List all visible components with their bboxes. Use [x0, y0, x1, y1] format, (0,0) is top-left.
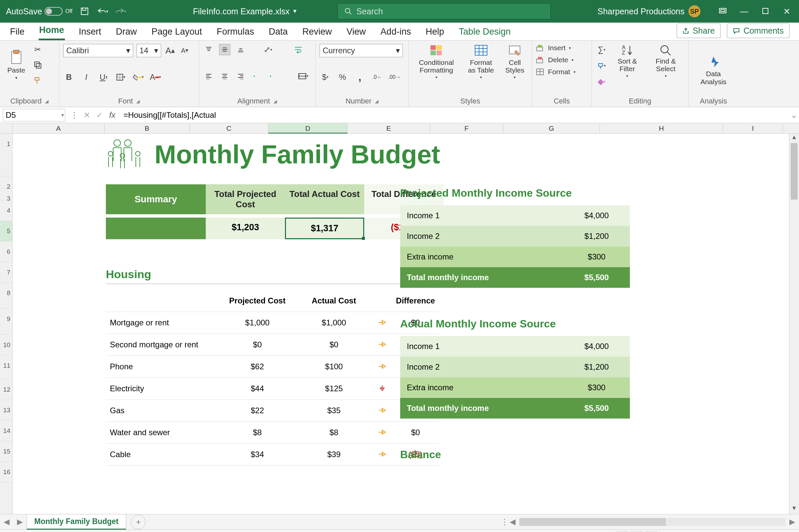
income-row[interactable]: Income 1 $4,000 [400, 205, 630, 226]
merge-icon[interactable]: ▾ [298, 71, 309, 82]
increase-font-icon[interactable]: A▴ [165, 45, 176, 56]
bold-icon[interactable]: B [63, 72, 75, 83]
col-header-B[interactable]: B [105, 123, 190, 133]
percent-icon[interactable]: % [337, 72, 348, 83]
row-header-4[interactable]: 4 [0, 200, 12, 221]
col-header-G[interactable]: G [503, 123, 600, 133]
align-top-icon[interactable] [203, 44, 215, 55]
tab-data[interactable]: Data [268, 23, 288, 40]
row-header-6[interactable]: 6 [0, 242, 12, 262]
delete-cells-button[interactable]: Delete ▾ [536, 56, 588, 64]
tab-page-layout[interactable]: Page Layout [151, 23, 203, 40]
italic-icon[interactable]: I [80, 72, 92, 83]
sheet-tab[interactable]: Monthly Family Budget [26, 514, 126, 530]
currency-icon[interactable]: $▾ [320, 72, 331, 83]
cut-icon[interactable]: ✂ [32, 44, 43, 55]
close-icon[interactable]: ✕ [781, 7, 792, 16]
housing-row[interactable]: Second mortgage or rent $0 $0 $0 [106, 334, 439, 356]
row-header-10[interactable]: 10 [0, 335, 12, 355]
conditional-formatting-button[interactable]: Conditional Formatting▾ [413, 44, 460, 79]
tab-draw[interactable]: Draw [115, 23, 137, 40]
format-painter-icon[interactable] [32, 75, 43, 86]
find-select-button[interactable]: Find & Select▾ [647, 44, 684, 78]
housing-row[interactable]: Cable $34 $39 ($5) [106, 444, 439, 466]
vertical-scrollbar[interactable]: ▲ ▼ [789, 134, 799, 514]
borders-icon[interactable]: ▾ [115, 72, 127, 83]
clear-icon[interactable]: ◆▾ [596, 76, 607, 87]
data-analysis-button[interactable]: Data Analysis [692, 44, 735, 97]
col-header-I[interactable]: I [723, 123, 783, 133]
scroll-up-icon[interactable]: ▲ [789, 134, 799, 143]
save-icon[interactable] [79, 6, 90, 17]
align-bottom-icon[interactable] [235, 44, 246, 55]
row-header-3[interactable]: 3 [0, 188, 12, 200]
scroll-down-icon[interactable]: ▼ [789, 505, 799, 514]
underline-icon[interactable]: U▾ [98, 72, 109, 83]
fill-down-icon[interactable]: ▾ [596, 60, 607, 71]
font-color-icon[interactable]: A▾ [150, 72, 161, 83]
tab-nav-prev-icon[interactable]: ◀ [0, 517, 13, 526]
row-header-9[interactable]: 9 [0, 309, 12, 335]
hscroll-right-icon[interactable]: ▶ [786, 517, 799, 526]
insert-cells-button[interactable]: Insert ▾ [536, 44, 588, 52]
number-format-select[interactable]: Currency▾ [320, 44, 403, 57]
income-row[interactable]: Total monthly income $5,500 [400, 398, 630, 419]
row-header-13[interactable]: 13 [0, 400, 12, 420]
col-header-C[interactable]: C [190, 123, 268, 133]
wrap-text-icon[interactable] [293, 44, 304, 55]
dialog-launcher-icon[interactable]: ◢ [136, 98, 140, 104]
row-header-1[interactable]: 1 [0, 134, 12, 176]
increase-indent-icon[interactable] [267, 71, 278, 82]
row-header-16[interactable]: 16 [0, 462, 12, 482]
col-header-A[interactable]: A [13, 123, 105, 133]
align-middle-icon[interactable] [219, 44, 230, 55]
row-header-8[interactable]: 8 [0, 283, 12, 309]
formula-input[interactable]: =Housing[[#Totals],[Actual [119, 111, 789, 120]
align-center-icon[interactable] [219, 71, 230, 82]
row-header-11[interactable]: 11 [0, 355, 12, 379]
redo-icon[interactable]: ▾ [115, 6, 126, 17]
hscroll-thumb[interactable] [519, 518, 666, 526]
font-size-select[interactable]: 14▾ [136, 44, 161, 57]
income-row[interactable]: Income 2 $1,200 [400, 357, 630, 377]
hscroll-left-icon[interactable]: ◀ [506, 517, 519, 526]
summary-projected[interactable]: $1,203 [206, 217, 285, 239]
housing-row[interactable]: Mortgage or rent $1,000 $1,000 $0 [106, 312, 439, 334]
housing-row[interactable]: Phone $62 $100 ($38) [106, 356, 439, 378]
col-header-E[interactable]: E [348, 123, 430, 133]
tab-home[interactable]: Home [39, 22, 65, 40]
income-row[interactable]: Income 2 $1,200 [400, 226, 630, 247]
decrease-font-icon[interactable]: A▾ [179, 45, 190, 56]
autosave-toggle[interactable]: AutoSave Off [6, 7, 72, 16]
income-row[interactable]: Extra income $300 [400, 247, 630, 267]
income-row[interactable]: Total monthly income $5,500 [400, 267, 630, 288]
search-input[interactable]: Search [338, 3, 551, 19]
cancel-formula-icon[interactable]: ✕ [80, 111, 93, 120]
tab-file[interactable]: File [9, 23, 25, 40]
font-name-select[interactable]: Calibri▾ [63, 44, 133, 57]
horizontal-scrollbar[interactable] [519, 518, 786, 526]
income-row[interactable]: Extra income $300 [400, 377, 630, 398]
cell-styles-button[interactable]: Cell Styles▾ [502, 44, 528, 79]
income-row[interactable]: Income 1 $4,000 [400, 336, 630, 357]
minimize-icon[interactable]: — [738, 7, 750, 16]
dialog-launcher-icon[interactable]: ◢ [273, 98, 277, 104]
fill-color-icon[interactable]: ▾ [132, 72, 144, 83]
copy-icon[interactable] [32, 59, 43, 71]
tab-addins[interactable]: Add-ins [380, 23, 412, 40]
orientation-icon[interactable]: ⤢▾ [262, 44, 274, 55]
ribbon-display-icon[interactable] [717, 7, 728, 16]
expand-formula-icon[interactable]: ⌄ [789, 111, 799, 120]
row-header-2[interactable]: 2 [0, 176, 12, 188]
worksheet-area[interactable]: Monthly Family Budget Summary Total Proj… [13, 134, 789, 514]
tab-formulas[interactable]: Formulas [216, 23, 255, 40]
row-header-14[interactable]: 14 [0, 420, 12, 441]
increase-decimal-icon[interactable]: .0← [372, 72, 383, 83]
tab-view[interactable]: View [346, 23, 367, 40]
file-title[interactable]: FileInfo.com Example.xlsx ▼ [193, 7, 297, 16]
row-header-15[interactable]: 15 [0, 441, 12, 462]
tab-table-design[interactable]: Table Design [458, 23, 512, 40]
sort-filter-button[interactable]: AZ Sort & Filter▾ [611, 44, 644, 78]
select-all-corner[interactable] [0, 123, 13, 133]
tab-split-handle[interactable]: ⋮ [501, 517, 506, 526]
